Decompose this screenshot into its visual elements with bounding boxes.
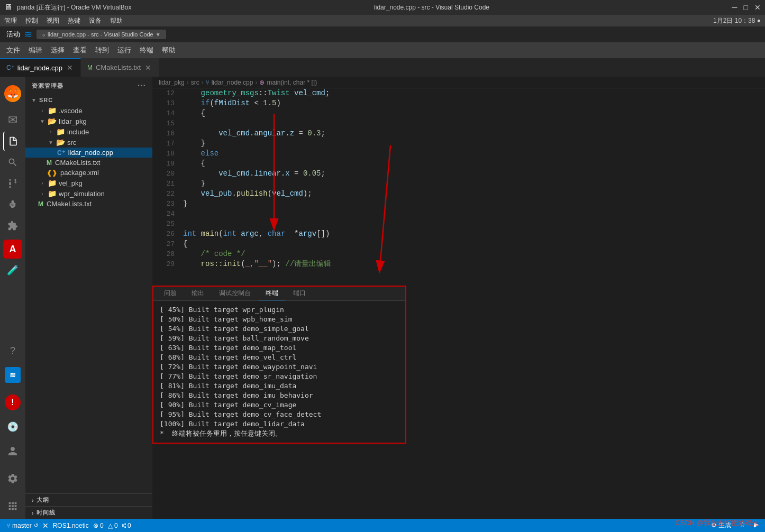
- firefox-icon[interactable]: 🦊: [0, 81, 25, 106]
- title-bar: 🖥 panda [正在运行] - Oracle VM VirtualBox li…: [0, 0, 765, 15]
- tree-item-vel-pkg[interactable]: › 📁 vel_pkg: [25, 178, 152, 188]
- terminal-line-1: [ 50%] Built target wpb_home_sim: [160, 315, 399, 324]
- tree-item-src-folder[interactable]: ▼ 📂 src: [25, 137, 152, 148]
- folder-icon-3: 📁: [56, 127, 65, 136]
- datetime-display: 1月2日 10：38 ●: [713, 16, 761, 25]
- debug-activity-icon[interactable]: [3, 195, 22, 214]
- terminal-tab-bar: 问题 输出 调试控制台 终端 端口: [153, 287, 405, 301]
- code-line-17: }: [183, 139, 761, 149]
- terminal-tab-ports[interactable]: 端口: [287, 287, 312, 300]
- cmake-icon-root: M: [38, 200, 43, 208]
- vscode-icon-bar[interactable]: ≋: [0, 362, 25, 388]
- terminal-line-7: [ 77%] Built target demo_sr_navigation: [160, 372, 399, 381]
- apps-icon[interactable]: [0, 493, 25, 519]
- cpp-icon: C⁺: [57, 149, 65, 157]
- branch-icon: ⑂: [6, 522, 10, 529]
- terminal-line-2: [ 54%] Built target demo_simple_goal: [160, 324, 399, 334]
- tab-lidar-node-cpp[interactable]: C⁺ lidar_node.cpp ✕: [0, 58, 81, 77]
- chevron-right-timeline-icon: ›: [32, 510, 34, 516]
- vscode-menu-goto[interactable]: 转到: [95, 45, 109, 55]
- timeline-header[interactable]: › 时间线: [25, 507, 152, 519]
- tree-item-cmake1[interactable]: M CMakeLists.txt: [25, 158, 152, 168]
- code-line-12: geometry_msgs::Twist vel_cmd;: [183, 88, 761, 98]
- window-icon: 🖥: [4, 3, 13, 12]
- terminal-tab-debug[interactable]: 调试控制台: [213, 287, 257, 300]
- tree-item-src[interactable]: ▼ SRC: [25, 95, 152, 105]
- vscode-menu-view[interactable]: 查看: [73, 45, 87, 55]
- terminal-tab-output[interactable]: 输出: [185, 287, 211, 300]
- window-subtitle: lidar_node.cpp - src - Visual Studio Cod…: [132, 4, 732, 11]
- minimize-button[interactable]: ─: [732, 3, 737, 12]
- sidebar: 资源管理器 ··· ▼ SRC › 📁 .vscode ▼ 📂: [25, 77, 152, 519]
- terminal-line-6: [ 72%] Built target demo_waypoint_navi: [160, 362, 399, 372]
- git-branch[interactable]: ⑂ master ↺: [6, 522, 38, 529]
- source-control-icon[interactable]: [3, 174, 22, 193]
- ros-noetic-status[interactable]: ROS1.noetic: [53, 522, 89, 529]
- terminal-panel: 问题 输出 调试控制台 终端 端口 [ 45%] Built target wp…: [152, 286, 406, 444]
- extensions-icon[interactable]: [3, 216, 22, 235]
- vm-menu-view[interactable]: 视图: [47, 16, 59, 25]
- files-activity-icon[interactable]: [3, 132, 22, 151]
- info-count[interactable]: ⑆ 0: [122, 522, 131, 529]
- beaker-icon[interactable]: 🧪: [3, 261, 22, 280]
- vscode-menu-edit[interactable]: 编辑: [29, 45, 42, 55]
- tree-item-cmake-root[interactable]: M CMakeLists.txt: [25, 199, 152, 209]
- vscode-menu-file[interactable]: 文件: [6, 45, 20, 55]
- mail-icon[interactable]: ✉: [3, 111, 22, 130]
- tab-cmake-lists[interactable]: M CMakeLists.txt ✕: [81, 58, 159, 77]
- chevron-right-icon-5: ›: [38, 179, 47, 187]
- vscode-tab-label[interactable]: ⬦ lidar_node.cpp - src - Visual Studio C…: [37, 30, 166, 39]
- code-line-22: vel_pub.publish(vel_cmd);: [183, 189, 761, 199]
- maximize-button[interactable]: □: [744, 3, 748, 12]
- terminal-line-9: [ 86%] Built target demo_imu_behavior: [160, 391, 399, 400]
- tab-close-lidar[interactable]: ✕: [66, 63, 74, 72]
- vm-menu-hotkey[interactable]: 热键: [68, 16, 80, 25]
- status-x-icon: ✕: [42, 521, 49, 530]
- error-icon[interactable]: !: [0, 390, 25, 415]
- vscode-menu-run[interactable]: 运行: [117, 45, 131, 55]
- chevron-down-icon-4: ▼: [47, 138, 55, 146]
- app-store-icon[interactable]: A: [3, 240, 22, 259]
- terminal-line-0: [ 45%] Built target wpr_plugin: [160, 305, 399, 315]
- activity-label: 活动: [6, 30, 20, 39]
- tree-item-lidar-pkg[interactable]: ▼ 📂 lidar_pkg: [25, 116, 152, 126]
- terminal-line-3: [ 59%] Built target ball_random_move: [160, 334, 399, 343]
- vm-menu-manage[interactable]: 管理: [4, 16, 17, 25]
- terminal-line-10: [ 90%] Built target demo_cv_image: [160, 400, 399, 410]
- terminal-tab-terminal[interactable]: 终端: [259, 287, 285, 300]
- vm-menu-devices[interactable]: 设备: [89, 16, 102, 25]
- tree-item-lidar-node-cpp[interactable]: C⁺ lidar_node.cpp: [25, 148, 152, 158]
- folder-open-icon-4: 📂: [56, 138, 65, 146]
- code-line-27: {: [183, 239, 761, 249]
- folder-open-icon: 📂: [48, 117, 57, 125]
- code-line-26: int main(int argc, char *argv[]): [183, 229, 761, 239]
- warning-count[interactable]: △ 0: [108, 522, 118, 529]
- tab-close-cmake[interactable]: ✕: [144, 63, 152, 72]
- terminal-line-5: [ 68%] Built target demo_vel_ctrl: [160, 353, 399, 362]
- chevron-down-icon-2: ▼: [38, 117, 47, 125]
- xml-icon: ❰❱: [47, 169, 57, 177]
- account-icon[interactable]: [0, 438, 25, 464]
- terminal-tab-problems[interactable]: 问题: [158, 287, 183, 300]
- tree-item-include[interactable]: › 📁 include: [25, 126, 152, 137]
- vscode-menu-help[interactable]: 帮助: [162, 45, 176, 55]
- code-line-18: else: [183, 149, 761, 159]
- error-count[interactable]: ⊗ 0: [93, 522, 104, 529]
- tree-item-wpr-simulation[interactable]: › 📁 wpr_simulation: [25, 188, 152, 199]
- sidebar-more-icon[interactable]: ···: [138, 81, 146, 90]
- vm-menu-control[interactable]: 控制: [25, 16, 38, 25]
- close-button[interactable]: ✕: [754, 3, 761, 12]
- outline-header[interactable]: › 大纲: [25, 494, 152, 506]
- cd-icon[interactable]: 💿: [3, 417, 22, 436]
- question-icon[interactable]: ?: [3, 341, 22, 360]
- code-line-14: {: [183, 108, 761, 118]
- vm-menu-help[interactable]: 帮助: [110, 16, 123, 25]
- terminal-output: [ 45%] Built target wpr_plugin [ 50%] Bu…: [153, 301, 405, 443]
- vscode-menu-select[interactable]: 选择: [51, 45, 65, 55]
- tree-item-vscode[interactable]: › 📁 .vscode: [25, 105, 152, 116]
- tree-item-package-xml[interactable]: ❰❱ package.xml: [25, 168, 152, 178]
- search-activity-icon[interactable]: [3, 153, 22, 172]
- vscode-menu-terminal[interactable]: 终端: [140, 45, 153, 55]
- sidebar-header: 资源管理器 ···: [25, 77, 152, 95]
- settings-icon[interactable]: [0, 466, 25, 491]
